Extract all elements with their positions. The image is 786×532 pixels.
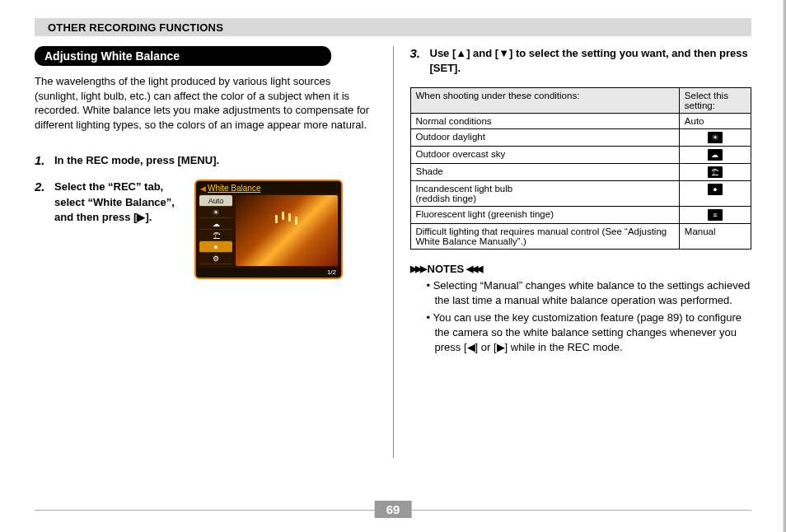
lcd-back-arrow-icon: ◀ [200, 184, 206, 193]
setting-icon: ☁ [708, 149, 723, 161]
step-number: 2. [35, 180, 54, 279]
topic-heading: Adjusting White Balance [35, 46, 331, 66]
condition-cell: Outdoor overcast sky [410, 147, 679, 164]
setting-icon: ☀ [708, 132, 723, 143]
notes-heading: ▶▶▶ NOTES ◀◀◀ [410, 263, 752, 275]
page-edge-shadow [783, 0, 786, 532]
notes-label: NOTES [428, 263, 465, 275]
left-column: Adjusting White Balance The wavelengths … [35, 46, 393, 458]
lcd-option: ☁ [199, 218, 232, 230]
step-text: Select the “REC” tab, select “White Bala… [54, 180, 186, 225]
setting-cell: ⛱ [679, 164, 751, 181]
lcd-option: ⚙ [199, 253, 232, 264]
setting-cell: ● [679, 181, 751, 207]
table-row: Outdoor daylight☀ [410, 129, 751, 147]
step-2: 2. Select the “REC” tab, select “White B… [35, 180, 377, 279]
notes-deco-left-icon: ▶▶▶ [410, 264, 425, 274]
note-item: • Selecting “Manual” changes white balan… [427, 278, 752, 307]
table-row: Outdoor overcast sky☁ [410, 147, 751, 164]
lcd-option: ☀ [199, 207, 232, 218]
lcd-option: ⛱ [199, 230, 232, 241]
white-balance-settings-table: When shooting under these conditions: Se… [410, 87, 752, 250]
lcd-option-selected: ● [199, 241, 232, 253]
table-row: Incandescent light bulb (reddish tinge)● [410, 181, 751, 207]
step-3: 3. Use [▲] and [▼] to select the setting… [410, 46, 752, 76]
table-header-conditions: When shooting under these conditions: [410, 88, 679, 114]
lcd-option: Auto [199, 195, 232, 207]
table-row: Fluorescent light (greenish tinge)≡ [410, 207, 751, 224]
setting-cell: ≡ [679, 207, 751, 224]
section-header: OTHER RECORDING FUNCTIONS [35, 18, 751, 36]
setting-icon: ⛱ [708, 166, 723, 178]
notes-list: • Selecting “Manual” changes white balan… [410, 278, 752, 354]
table-header-setting: Select this setting: [679, 88, 751, 114]
page-number: 69 [375, 501, 412, 518]
lcd-preview-image [236, 195, 338, 266]
page-footer: 69 [35, 510, 751, 511]
condition-cell: Difficult lighting that requires manual … [410, 224, 679, 250]
setting-cell: Auto [679, 114, 751, 129]
intro-paragraph: The wavelengths of the light produced by… [35, 74, 377, 132]
step-number: 1. [35, 153, 54, 168]
camera-lcd-screenshot: ◀ White Balance Auto ☀ ☁ ⛱ ● [194, 180, 343, 279]
condition-cell: Fluorescent light (greenish tinge) [410, 207, 679, 224]
right-column: 3. Use [▲] and [▼] to select the setting… [394, 46, 752, 458]
setting-icon: ≡ [708, 209, 723, 221]
note-item: • You can use the key customization feat… [427, 310, 752, 354]
table-row: Difficult lighting that requires manual … [410, 224, 751, 250]
lcd-option-list: Auto ☀ ☁ ⛱ ● ⚙ [199, 195, 232, 264]
setting-cell: Manual [679, 224, 751, 250]
lcd-title-text: White Balance [208, 184, 260, 193]
condition-cell: Normal conditions [410, 114, 679, 129]
condition-cell: Incandescent light bulb (reddish tinge) [410, 181, 679, 207]
condition-cell: Shade [410, 164, 679, 181]
setting-cell: ☁ [679, 147, 751, 164]
notes-deco-right-icon: ◀◀◀ [466, 264, 481, 274]
step-1: 1. In the REC mode, press [MENU]. [35, 153, 377, 168]
step-text: In the REC mode, press [MENU]. [54, 153, 219, 168]
setting-icon: ● [708, 184, 723, 195]
setting-cell: ☀ [679, 129, 751, 147]
table-row: Normal conditionsAuto [410, 114, 751, 129]
lcd-page-indicator: 1/2 [198, 268, 339, 276]
step-number: 3. [410, 46, 430, 76]
section-header-text: OTHER RECORDING FUNCTIONS [35, 21, 223, 34]
condition-cell: Outdoor daylight [410, 129, 679, 147]
table-row: Shade⛱ [410, 164, 751, 181]
step-text: Use [▲] and [▼] to select the setting yo… [430, 46, 752, 76]
